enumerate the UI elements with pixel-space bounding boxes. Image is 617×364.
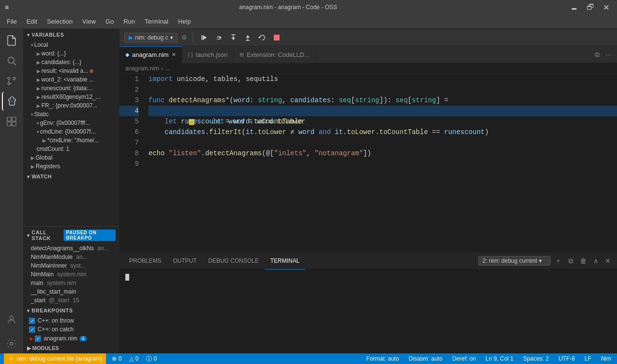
code-line-5: let runescount = word.toCountTable xyxy=(148,116,617,127)
cs-name-2: NimMainInner xyxy=(31,262,67,269)
debug-continue-btn[interactable] xyxy=(199,32,210,43)
modules-section-header[interactable]: ▶ MODULES xyxy=(23,343,120,353)
local-group[interactable]: ▾ Local xyxy=(23,40,120,49)
code-editor[interactable]: 1 2 3 4 5 6 7 8 9 import unicode, tables… xyxy=(120,74,617,252)
variables-section-header[interactable]: ▾ VARIABLES xyxy=(23,29,120,40)
language-status[interactable]: Nim xyxy=(599,355,613,362)
tab-launch-json[interactable]: { } launch.json xyxy=(182,46,234,63)
var-cmdline[interactable]: ▾ cmdLine: {0x00007f... xyxy=(23,127,120,136)
tab-problems[interactable]: PROBLEMS xyxy=(123,253,167,270)
var-runescount[interactable]: ▶ runescount: {data:... xyxy=(23,84,120,93)
var-word[interactable]: ▶ word: {...} xyxy=(23,49,120,58)
svg-rect-7 xyxy=(12,117,16,121)
menu-file[interactable]: File xyxy=(2,16,22,27)
menu-selection[interactable]: Selection xyxy=(42,16,77,27)
var-result[interactable]: ▶ result: <invalid a... ⊗ xyxy=(23,67,120,75)
trash-terminal-btn[interactable]: 🗑 xyxy=(577,256,589,266)
var-resultx60[interactable]: ▶ resultX60gensym12_... xyxy=(23,93,120,101)
modules-collapse-icon: ▶ xyxy=(27,345,31,351)
debug-status[interactable]: ⚡ nim: debug current file (anagram) xyxy=(4,353,106,364)
bp-cpp-catch[interactable]: ✓ C++: on catch xyxy=(23,325,120,334)
callstack-item-0[interactable]: detectAnagrams__olkNs an... xyxy=(23,244,120,253)
callstack-item-3[interactable]: NimMain system.nim xyxy=(23,270,120,279)
format-status[interactable]: Format: auto xyxy=(364,355,401,362)
callstack-item-2[interactable]: NimMainInner syst... xyxy=(23,261,120,270)
more-actions-btn[interactable]: ··· xyxy=(604,50,613,59)
maximize-button[interactable]: 🗗 xyxy=(584,2,597,13)
breadcrumb-filename[interactable]: anagram.nim xyxy=(125,65,159,72)
spaces-status[interactable]: Spaces: 2 xyxy=(521,355,550,362)
sidebar: ▾ VARIABLES ▾ Local ▶ word: {...} ▶ cand… xyxy=(23,29,120,353)
menu-go[interactable]: Go xyxy=(101,16,119,27)
var-word-label: word: {...} xyxy=(41,50,66,57)
bp-throw-checkbox[interactable]: ✓ xyxy=(29,318,35,324)
warnings-status[interactable]: △ 0 xyxy=(127,355,140,362)
breadcrumb-symbol[interactable]: ... xyxy=(165,65,170,72)
menu-help[interactable]: Help xyxy=(173,16,196,27)
line-numbers: 1 2 3 4 5 6 7 8 9 xyxy=(120,74,144,252)
var-genv[interactable]: ▾ gEnv: {0x00007fff... xyxy=(23,119,120,127)
activitybar-explorer[interactable] xyxy=(2,31,21,50)
debug-step-over-btn[interactable] xyxy=(214,32,224,43)
split-editor-btn[interactable]: ⧉ xyxy=(593,50,602,60)
info-status[interactable]: ⓘ 0 xyxy=(144,355,159,363)
static-group[interactable]: ▾ Static xyxy=(23,110,120,119)
global-group[interactable]: ▶ Global xyxy=(23,153,120,162)
tab-output[interactable]: OUTPUT xyxy=(167,253,202,270)
activitybar-settings[interactable] xyxy=(2,334,21,353)
activitybar-search[interactable] xyxy=(2,51,21,70)
bp-catch-checkbox[interactable]: ✓ xyxy=(29,326,35,333)
bp-anagram-checkbox[interactable]: ✓ xyxy=(35,336,41,342)
watch-section-header[interactable]: ▾ WATCH xyxy=(23,171,120,182)
debug-step-out-btn[interactable] xyxy=(242,32,253,43)
tab-anagram-close[interactable]: ✕ xyxy=(172,52,176,58)
menu-view[interactable]: View xyxy=(78,16,101,27)
close-button[interactable]: ✕ xyxy=(600,2,612,13)
tab-extension[interactable]: ⊞ Extension: CodeLLD... xyxy=(234,46,316,63)
bp-anagram[interactable]: ● ✓ anagram.nim 4 xyxy=(23,334,120,343)
errors-status[interactable]: ⊗ 0 xyxy=(110,355,123,362)
debug-stop-btn[interactable] xyxy=(271,32,282,43)
var-cmdcount[interactable]: cmdCount: 1 xyxy=(23,145,120,153)
callstack-section-header[interactable]: ▾ CALL STACK PAUSED ON BREAKPO xyxy=(23,227,120,244)
code-lines[interactable]: import unicode, tables, sequtils func de… xyxy=(144,74,617,252)
activitybar-source-control[interactable] xyxy=(2,71,21,91)
debug-step-into-btn[interactable] xyxy=(228,32,239,43)
debug-config-select[interactable]: ▶ nim: debug c ▾ xyxy=(124,33,177,42)
bp-cpp-throw[interactable]: ✓ C++: on throw xyxy=(23,316,120,325)
menu-edit[interactable]: Edit xyxy=(22,16,42,27)
callstack-item-5[interactable]: __libc_start_main xyxy=(23,287,120,296)
var-fr[interactable]: ▶ FR_: {prev:0x00007... xyxy=(23,101,120,110)
activitybar-extensions[interactable] xyxy=(2,112,21,131)
callstack-item-1[interactable]: NimMainModule an... xyxy=(23,253,120,261)
var-cmdline-ptr[interactable]: ▶ *cmdLine: "/home/... xyxy=(23,136,120,145)
activitybar-account[interactable] xyxy=(2,310,21,329)
deref-status[interactable]: Deref: on xyxy=(450,355,478,362)
var-candidates[interactable]: ▶ candidates: {...} xyxy=(23,58,120,67)
breakpoints-section-header[interactable]: ▾ BREAKPOINTS xyxy=(23,305,120,316)
var-word2[interactable]: ▶ word_2: <variable ... xyxy=(23,75,120,84)
registers-group[interactable]: ▶ Registers xyxy=(23,162,120,171)
disasm-status[interactable]: Disasm: auto xyxy=(407,355,444,362)
tab-anagram-nim[interactable]: ◆ anagram.nim ✕ xyxy=(120,46,182,63)
line-ending-status[interactable]: LF xyxy=(583,355,593,362)
terminal-content[interactable] xyxy=(120,270,617,353)
ln-col-status[interactable]: Ln 9, Col 1 xyxy=(483,355,515,362)
split-terminal-btn[interactable]: ⧉ xyxy=(566,256,576,266)
menu-run[interactable]: Run xyxy=(119,16,140,27)
maximize-panel-btn[interactable]: ∧ xyxy=(591,256,601,266)
terminal-select[interactable]: 2: nim: debug current ▾ xyxy=(478,256,550,266)
variables-collapse-icon: ▾ xyxy=(27,32,30,38)
encoding-status[interactable]: UTF-8 xyxy=(557,355,577,362)
debug-restart-btn[interactable] xyxy=(257,32,268,43)
callstack-item-4[interactable]: main system.nim xyxy=(23,279,120,287)
tab-terminal[interactable]: TERMINAL xyxy=(265,253,306,270)
activitybar-debug[interactable] xyxy=(2,92,21,111)
debug-settings-icon[interactable]: ⚙ xyxy=(181,34,187,41)
close-panel-btn[interactable]: ✕ xyxy=(603,256,613,266)
new-terminal-btn[interactable]: ＋ xyxy=(552,256,564,266)
minimize-button[interactable]: 🗕 xyxy=(567,2,581,13)
callstack-item-6[interactable]: _start @_start 15 xyxy=(23,296,120,305)
tab-debug-console[interactable]: DEBUG CONSOLE xyxy=(202,253,265,270)
menu-terminal[interactable]: Terminal xyxy=(140,16,173,27)
